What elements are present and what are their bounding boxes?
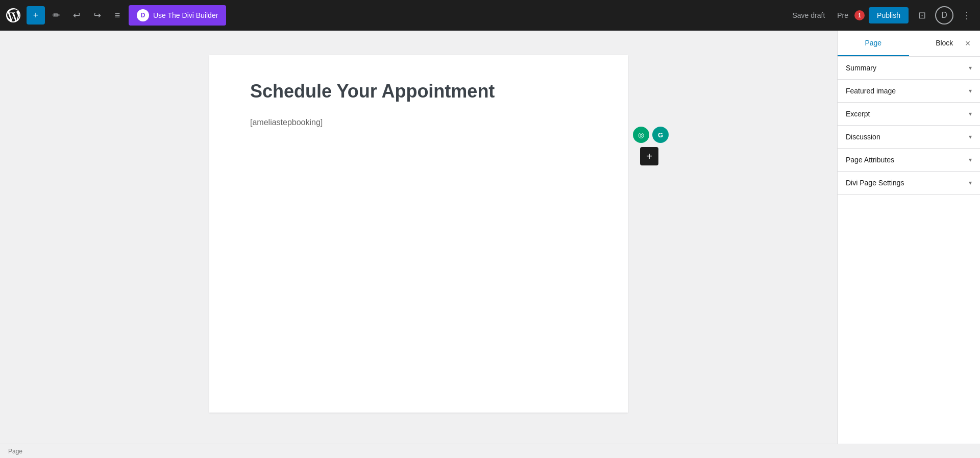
editor-area: Schedule Your Appointment [ameliastepboo…: [0, 31, 837, 444]
discussion-section-header[interactable]: Discussion ▾: [838, 126, 980, 148]
sidebar-section-excerpt: Excerpt ▾: [838, 103, 980, 126]
summary-section-header[interactable]: Summary ▾: [838, 57, 980, 79]
more-icon: ⋮: [962, 10, 971, 21]
page-attributes-label: Page Attributes: [846, 156, 894, 164]
redo-button[interactable]: ↪: [88, 6, 106, 25]
sidebar-header: Page Block ×: [838, 31, 980, 57]
page-title[interactable]: Schedule Your Appointment: [250, 80, 587, 104]
preview-area: Pre 1: [833, 8, 865, 22]
add-block-inline-icon: +: [646, 151, 652, 162]
preview-button[interactable]: Pre: [833, 8, 852, 22]
divi-avatar-icon: D: [941, 11, 947, 20]
page-content-shortcode[interactable]: [ameliastepbooking]: [250, 116, 587, 129]
sidebar-section-page-attributes: Page Attributes ▾: [838, 149, 980, 172]
publish-button[interactable]: Publish: [869, 7, 909, 23]
view-icon: ⊡: [918, 10, 926, 21]
preview-notification-badge: 1: [854, 10, 865, 20]
redo-icon: ↪: [93, 10, 101, 21]
view-button[interactable]: ⊡: [913, 6, 931, 25]
divi-page-settings-section-header[interactable]: Divi Page Settings ▾: [838, 172, 980, 194]
plugin-icon-teal[interactable]: G: [652, 127, 669, 143]
featured-image-section-header[interactable]: Featured image ▾: [838, 80, 980, 102]
sidebar-section-divi-page-settings: Divi Page Settings ▾: [838, 172, 980, 195]
page-attributes-chevron-icon: ▾: [969, 156, 972, 163]
edit-icon: ✏: [53, 10, 60, 21]
plugin-icon-green-symbol: ◎: [638, 131, 644, 139]
page-attributes-section-header[interactable]: Page Attributes ▾: [838, 149, 980, 171]
editor-plugin-icons: ◎ G: [633, 127, 669, 143]
toolbar: + ✏ ↩ ↪ ≡ D Use The Divi Builder Save dr…: [0, 0, 980, 31]
tools-button[interactable]: ≡: [108, 6, 127, 25]
sidebar-section-featured-image: Featured image ▾: [838, 80, 980, 103]
summary-chevron-icon: ▾: [969, 64, 972, 71]
plugin-icon-green[interactable]: ◎: [633, 127, 649, 143]
editor-content: Schedule Your Appointment [ameliastepboo…: [209, 55, 628, 413]
undo-icon: ↩: [73, 10, 81, 21]
edit-button[interactable]: ✏: [47, 6, 65, 25]
add-icon: +: [33, 10, 39, 21]
sidebar-body: Summary ▾ Featured image ▾ Excerpt ▾ Dis…: [838, 57, 980, 444]
tab-page[interactable]: Page: [838, 31, 909, 56]
excerpt-section-header[interactable]: Excerpt ▾: [838, 103, 980, 125]
status-page-label: Page: [8, 448, 22, 455]
discussion-chevron-icon: ▾: [969, 133, 972, 140]
save-draft-button[interactable]: Save draft: [788, 8, 829, 22]
excerpt-label: Excerpt: [846, 110, 870, 118]
divi-builder-label: Use The Divi Builder: [153, 11, 218, 19]
add-block-toolbar-button[interactable]: +: [27, 6, 45, 25]
undo-button[interactable]: ↩: [67, 6, 86, 25]
sidebar-section-discussion: Discussion ▾: [838, 126, 980, 149]
excerpt-chevron-icon: ▾: [969, 110, 972, 117]
plugin-icon-teal-symbol: G: [658, 131, 663, 139]
divi-icon: D: [137, 9, 149, 21]
tools-icon: ≡: [115, 10, 120, 21]
preview-label: Pre: [837, 11, 848, 19]
featured-image-chevron-icon: ▾: [969, 87, 972, 94]
sidebar: Page Block × Summary ▾ Featured image ▾ …: [837, 31, 980, 444]
divi-page-settings-chevron-icon: ▾: [969, 179, 972, 186]
divi-avatar[interactable]: D: [935, 6, 953, 25]
summary-label: Summary: [846, 64, 876, 72]
main-area: Schedule Your Appointment [ameliastepboo…: [0, 31, 980, 444]
sidebar-close-button[interactable]: ×: [960, 35, 976, 52]
divi-builder-button[interactable]: D Use The Divi Builder: [129, 5, 226, 26]
more-options-button[interactable]: ⋮: [958, 6, 976, 25]
divi-page-settings-label: Divi Page Settings: [846, 179, 904, 187]
add-block-inline-button[interactable]: +: [640, 147, 658, 165]
featured-image-label: Featured image: [846, 87, 896, 95]
toolbar-right: Save draft Pre 1 Publish ⊡ D ⋮: [788, 6, 976, 25]
discussion-label: Discussion: [846, 133, 880, 141]
status-bar: Page: [0, 444, 980, 458]
wp-logo-button[interactable]: [4, 6, 22, 25]
sidebar-section-summary: Summary ▾: [838, 57, 980, 80]
